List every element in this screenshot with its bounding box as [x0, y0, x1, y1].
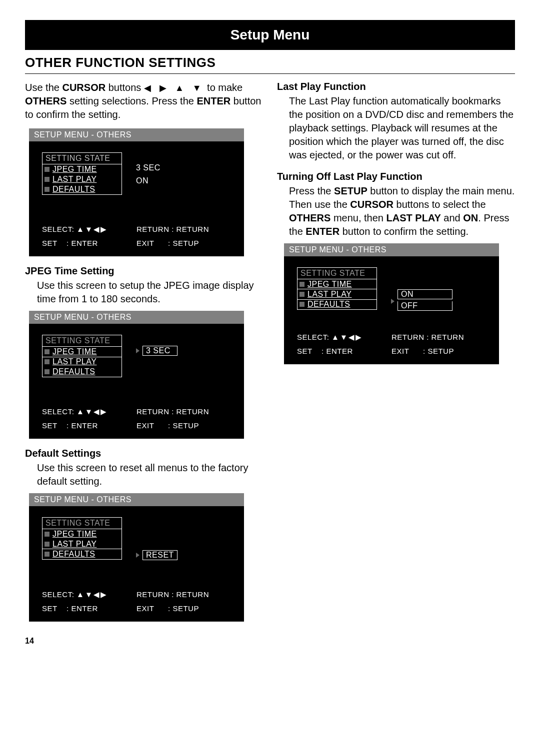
- legend-exit-val: : SETUP: [168, 421, 199, 430]
- turnoff-heading: Turning Off Last Play Function: [277, 171, 515, 182]
- others-word: OTHERS: [25, 95, 66, 106]
- value-box-off: OFF: [398, 301, 452, 311]
- bullet-icon: [44, 532, 50, 537]
- legend-set-val: : ENTER: [322, 347, 353, 355]
- pointer-icon: [136, 348, 140, 353]
- osd-legend: SELECT: ▲▼◀▶ RETURN : RETURN SET : ENTER…: [42, 407, 231, 430]
- legend-arrows-icon: ▲▼◀▶: [76, 407, 108, 416]
- legend-exit-val: : SETUP: [168, 604, 199, 613]
- legend-set: SET: [42, 604, 57, 613]
- legend-exit: EXIT: [392, 347, 409, 355]
- intro-text: buttons: [106, 82, 144, 93]
- page-number: 14: [25, 637, 515, 646]
- osd-last-play: SETUP MENU - OTHERS SETTING STATE JPEG T…: [284, 243, 499, 364]
- osd-header: SETUP MENU - OTHERS: [29, 493, 244, 506]
- legend-select: SELECT:: [297, 333, 329, 341]
- legend-set-val: : ENTER: [66, 239, 98, 247]
- bullet-icon: [44, 177, 50, 182]
- menu-header: SETTING STATE: [42, 518, 122, 529]
- legend-exit: EXIT: [136, 421, 154, 430]
- legend-select: SELECT:: [42, 407, 74, 416]
- t: button to confirm the setting.: [340, 226, 468, 237]
- legend-set: SET: [42, 421, 57, 430]
- cursor-word: CURSOR: [62, 82, 106, 93]
- others-word: OTHERS: [289, 212, 330, 223]
- default-heading: Default Settings: [25, 448, 263, 459]
- cursor-word: CURSOR: [350, 199, 394, 210]
- bullet-icon: [44, 359, 50, 364]
- menu-box: SETTING STATE JPEG TIME LAST PLAY DEFAUL…: [42, 152, 122, 195]
- bullet-icon: [44, 187, 50, 192]
- bullet-icon: [44, 552, 50, 557]
- legend-arrows-icon: ▲▼◀▶: [76, 590, 108, 599]
- lastplay-heading: Last Play Function: [277, 81, 515, 92]
- osd-defaults: SETUP MENU - OTHERS SETTING STATE JPEG T…: [29, 493, 244, 622]
- menu-values: ON OFF: [391, 289, 452, 313]
- lastplay-word: LAST PLAY: [386, 212, 441, 223]
- osd-others-overview: SETUP MENU - OTHERS SETTING STATE JPEG T…: [29, 128, 244, 256]
- legend-return: RETURN : RETURN: [136, 590, 231, 599]
- osd-header: SETUP MENU - OTHERS: [29, 311, 244, 324]
- osd-legend: SELECT: ▲▼◀▶ RETURN : RETURN SET : ENTER…: [42, 590, 231, 613]
- osd-header: SETUP MENU - OTHERS: [284, 243, 499, 256]
- enter-word: ENTER: [306, 226, 340, 237]
- legend-exit-val: : SETUP: [423, 347, 454, 355]
- menu-item: LAST PLAY: [52, 175, 96, 184]
- menu-header: SETTING STATE: [298, 268, 376, 279]
- menu-box: SETTING STATE JPEG TIME LAST PLAY DEFAUL…: [297, 267, 377, 310]
- default-text: Use this screen to reset all menus to th…: [25, 461, 263, 488]
- bullet-icon: [44, 369, 50, 374]
- menu-item: DEFAULTS: [52, 367, 96, 376]
- legend-return: RETURN : RETURN: [136, 407, 231, 416]
- legend-select: SELECT:: [42, 590, 74, 599]
- legend-select: SELECT:: [42, 225, 74, 233]
- menu-header: SETTING STATE: [42, 153, 122, 164]
- enter-word: ENTER: [196, 95, 230, 106]
- t: buttons to select the: [394, 199, 486, 210]
- pointer-icon: [136, 553, 140, 558]
- bullet-icon: [300, 282, 304, 287]
- menu-box: SETTING STATE JPEG TIME LAST PLAY DEFAUL…: [42, 335, 122, 377]
- jpeg-heading: JPEG Time Setting: [25, 265, 263, 277]
- legend-set: SET: [42, 239, 57, 247]
- menu-item: DEFAULTS: [308, 300, 350, 309]
- menu-item: LAST PLAY: [52, 540, 96, 549]
- page-banner: Setup Menu: [25, 20, 515, 50]
- legend-set-val: : ENTER: [66, 421, 98, 430]
- menu-item: JPEG TIME: [52, 165, 97, 174]
- t: and: [441, 212, 463, 223]
- menu-values: 3 SEC ON: [136, 163, 160, 185]
- bullet-icon: [44, 167, 50, 172]
- legend-set: SET: [297, 347, 312, 355]
- on-word: ON: [463, 212, 478, 223]
- menu-values: 3 SEC: [136, 346, 178, 356]
- osd-jpeg-time: SETUP MENU - OTHERS SETTING STATE JPEG T…: [29, 311, 244, 439]
- arrow-icons: ◀ ▶ ▲ ▼: [144, 83, 204, 93]
- intro-paragraph: Use the CURSOR buttons ◀ ▶ ▲ ▼ to make O…: [25, 81, 263, 121]
- menu-box: SETTING STATE JPEG TIME LAST PLAY DEFAUL…: [42, 517, 122, 560]
- menu-header: SETTING STATE: [42, 335, 122, 347]
- right-column: Last Play Function The Last Play functio…: [277, 81, 515, 627]
- osd-legend: SELECT: ▲▼◀▶ RETURN : RETURN SET : ENTER…: [297, 333, 486, 355]
- menu-item-selected: DEFAULTS: [52, 550, 96, 559]
- legend-exit: EXIT: [136, 239, 154, 247]
- left-column: Use the CURSOR buttons ◀ ▶ ▲ ▼ to make O…: [25, 81, 263, 627]
- legend-set-val: : ENTER: [66, 604, 98, 613]
- osd-legend: SELECT: ▲▼◀▶ RETURN : RETURN SET : ENTER…: [42, 225, 231, 247]
- t: Press the: [289, 185, 334, 196]
- bullet-icon: [44, 542, 50, 547]
- pointer-icon: [391, 299, 394, 304]
- value-box: 3 SEC: [142, 346, 178, 356]
- lastplay-text: The Last Play function automatically boo…: [277, 94, 515, 162]
- menu-item: LAST PLAY: [52, 357, 96, 366]
- value-text: 3 SEC: [136, 163, 160, 172]
- intro-text: to make: [204, 82, 243, 93]
- menu-item: JPEG TIME: [52, 530, 97, 539]
- setup-word: SETUP: [334, 185, 368, 196]
- value-text: ON: [136, 176, 148, 185]
- osd-header: SETUP MENU - OTHERS: [29, 128, 244, 141]
- legend-return: RETURN : RETURN: [392, 333, 486, 342]
- bullet-icon: [44, 349, 50, 354]
- legend-return: RETURN : RETURN: [136, 225, 231, 234]
- bullet-icon: [300, 292, 304, 297]
